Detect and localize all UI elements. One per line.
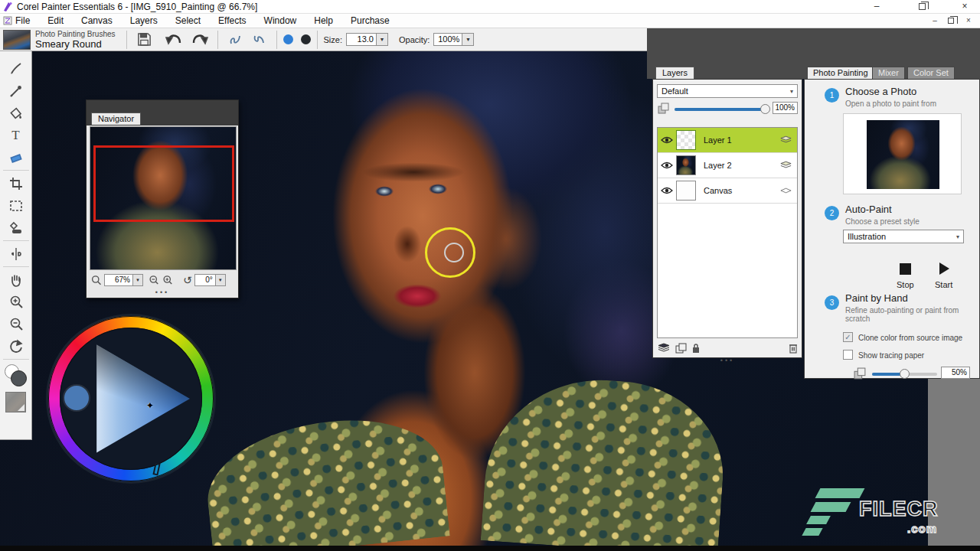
clone-color-checkbox[interactable]: ✓ xyxy=(843,332,853,342)
navigator-zoom-input[interactable]: 67% xyxy=(104,274,133,286)
tracing-paper-label: Show tracing paper xyxy=(858,351,924,360)
layer-thumbnail[interactable] xyxy=(676,130,696,150)
brush-name-label[interactable]: Smeary Round xyxy=(35,38,116,50)
source-photo-frame xyxy=(843,113,962,194)
text-tool-icon[interactable]: T xyxy=(5,124,28,146)
undo-icon[interactable] xyxy=(162,28,185,51)
rect-select-icon[interactable] xyxy=(5,194,28,217)
navigator-grip-dots[interactable]: ••• xyxy=(87,289,238,296)
tracing-opacity-slider[interactable] xyxy=(872,373,937,376)
layers-tab[interactable]: Layers xyxy=(655,67,694,79)
layer-adjuster-icon[interactable] xyxy=(5,217,28,239)
zoom-in-small-icon[interactable] xyxy=(162,275,174,286)
navigator-panel: Navigator 67% ▼ ↺ 0° ▼ ••• xyxy=(86,99,239,298)
navigator-tab[interactable]: Navigator xyxy=(91,112,141,125)
watermark-tld: .com xyxy=(907,522,937,535)
document-icon xyxy=(3,16,12,25)
filecr-watermark: FILECR .com xyxy=(796,484,942,543)
tracing-opacity-value[interactable]: 50% xyxy=(941,367,970,379)
layer-name[interactable]: Canvas xyxy=(704,186,779,195)
zoom-in-icon[interactable] xyxy=(5,291,28,313)
save-icon[interactable] xyxy=(133,28,156,51)
color-indicator-dot[interactable] xyxy=(63,384,90,412)
menu-file[interactable]: File xyxy=(14,15,31,27)
blend-mode-dropdown[interactable]: Default ▾ xyxy=(657,84,798,98)
opacity-spinner[interactable]: ▼ xyxy=(462,33,474,46)
delete-layer-icon[interactable] xyxy=(789,343,798,354)
menu-effects[interactable]: Effects xyxy=(217,15,247,27)
restore-button[interactable] xyxy=(911,1,934,12)
layers-grip-dots[interactable]: ••• xyxy=(653,357,802,364)
brush-tool-icon[interactable] xyxy=(5,57,28,80)
clone-color-label: Clone color from source image xyxy=(858,334,962,342)
document-minimize-button[interactable]: – xyxy=(928,16,942,26)
navigator-rotation-input[interactable]: 0° xyxy=(194,274,216,286)
tab-mixer[interactable]: Mixer xyxy=(872,67,905,79)
eye-icon[interactable] xyxy=(658,187,676,194)
tab-photo-painting[interactable]: Photo Painting xyxy=(807,67,874,79)
paint-bucket-icon[interactable] xyxy=(5,102,28,124)
step-1-title: Choose a Photo xyxy=(845,86,916,97)
document-close-button[interactable]: × xyxy=(962,16,975,26)
eye-icon[interactable] xyxy=(658,161,676,169)
zoom-out-small-icon[interactable] xyxy=(148,275,160,286)
layer-opacity-slider[interactable] xyxy=(675,108,768,111)
layer-opacity-slider-thumb[interactable] xyxy=(760,104,770,114)
straight-stroke-icon[interactable] xyxy=(224,28,247,51)
close-button[interactable]: × xyxy=(953,1,976,12)
color-selector[interactable] xyxy=(5,364,28,387)
rotate-icon[interactable]: ↺ xyxy=(183,274,192,286)
document-restore-button[interactable] xyxy=(945,16,959,26)
redo-icon[interactable] xyxy=(188,28,211,51)
opacity-label: Opacity: xyxy=(399,35,430,44)
layer-thumbnail[interactable] xyxy=(676,181,696,201)
layer-opacity-value[interactable]: 100% xyxy=(773,102,798,114)
layer-thumbnail[interactable] xyxy=(676,155,696,175)
mirror-paint-icon[interactable] xyxy=(5,243,28,265)
tracing-opacity-slider-thumb[interactable] xyxy=(900,369,910,379)
navigator-view-rect[interactable] xyxy=(93,145,234,222)
additional-color-swatch[interactable] xyxy=(301,34,311,44)
navigator-zoom-spinner[interactable]: ▼ xyxy=(133,274,143,286)
menu-select[interactable]: Select xyxy=(174,15,202,27)
brush-selector[interactable] xyxy=(3,30,31,50)
main-color-well[interactable] xyxy=(11,370,27,386)
opacity-input[interactable]: 100% xyxy=(433,33,462,46)
tab-color-set[interactable]: Color Set xyxy=(907,67,955,79)
duplicate-layer-icon[interactable] xyxy=(675,343,687,354)
main-color-swatch[interactable] xyxy=(283,34,293,44)
size-spinner[interactable]: ▼ xyxy=(377,33,388,46)
hand-icon[interactable] xyxy=(5,269,28,291)
eraser-icon[interactable] xyxy=(5,146,28,168)
source-photo-thumbnail[interactable] xyxy=(867,120,939,189)
navigator-rotation-spinner[interactable]: ▼ xyxy=(216,274,226,286)
menu-purchase[interactable]: Purchase xyxy=(349,15,391,27)
menu-edit[interactable]: Edit xyxy=(46,15,65,27)
size-input[interactable]: 13.0 xyxy=(346,33,377,46)
freehand-stroke-icon[interactable] xyxy=(247,28,270,51)
layer-row-canvas[interactable]: Canvas xyxy=(658,178,797,204)
layer-name[interactable]: Layer 1 xyxy=(704,135,779,145)
layer-name[interactable]: Layer 2 xyxy=(704,161,779,170)
menu-window[interactable]: Window xyxy=(263,15,299,27)
triangle-cursor[interactable]: ✦ xyxy=(146,400,154,411)
start-button[interactable] xyxy=(939,262,949,275)
preset-style-dropdown[interactable]: Illustration ▾ xyxy=(843,230,964,243)
layer-row-layer1[interactable]: Layer 1 xyxy=(658,128,797,153)
crop-icon[interactable] xyxy=(5,172,28,194)
minimize-button[interactable]: – xyxy=(865,1,888,12)
tracing-paper-checkbox[interactable] xyxy=(843,350,853,360)
dropper-icon[interactable] xyxy=(5,80,28,102)
menu-layers[interactable]: Layers xyxy=(129,15,159,27)
lock-layer-icon[interactable] xyxy=(691,343,701,354)
stop-button[interactable] xyxy=(900,263,911,275)
zoom-out-icon[interactable] xyxy=(5,313,28,335)
layer-row-layer2[interactable]: Layer 2 xyxy=(658,153,797,178)
navigator-thumbnail[interactable] xyxy=(90,126,237,270)
paper-texture-selector[interactable] xyxy=(5,392,26,412)
eye-icon[interactable] xyxy=(658,136,676,144)
menu-canvas[interactable]: Canvas xyxy=(80,15,114,27)
rotate-page-icon[interactable] xyxy=(5,335,28,357)
new-layer-icon[interactable] xyxy=(657,343,671,354)
menu-help[interactable]: Help xyxy=(312,15,335,27)
